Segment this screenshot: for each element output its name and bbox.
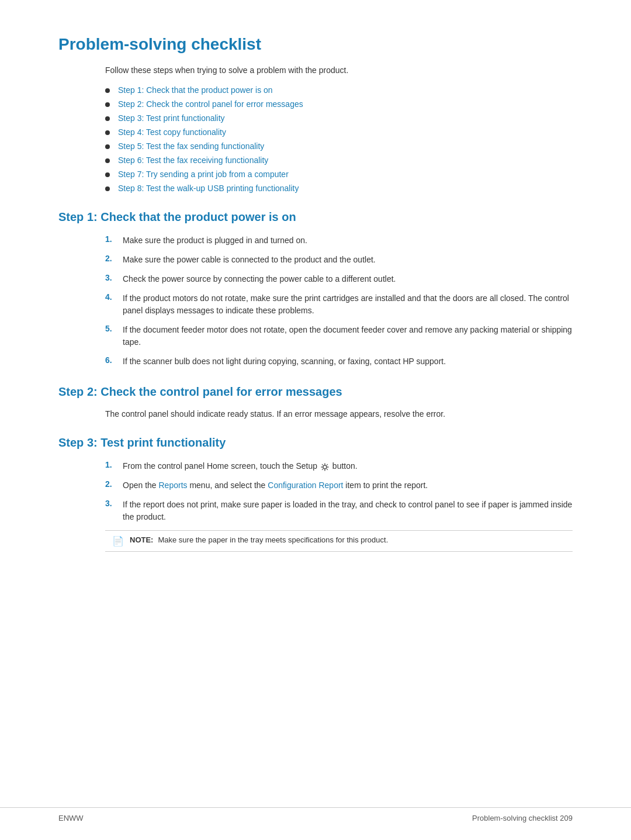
toc-list: Step 1: Check that the product power is … [105, 85, 573, 193]
list-text: From the control panel Home screen, touc… [123, 460, 358, 472]
list-item: 6. If the scanner bulb does not light du… [105, 355, 573, 368]
toc-link-6[interactable]: Step 6: Test the fax receiving functiona… [118, 155, 268, 165]
svg-line-6 [327, 469, 328, 470]
svg-point-0 [323, 465, 327, 469]
setup-icon [321, 462, 329, 471]
bullet-icon [105, 172, 110, 177]
list-item: 1. Make sure the product is plugged in a… [105, 234, 573, 247]
bullet-icon [105, 186, 110, 191]
toc-item-8: Step 8: Test the walk-up USB printing fu… [105, 184, 573, 193]
toc-item-3: Step 3: Test print functionality [105, 113, 573, 123]
step1-list: 1. Make sure the product is plugged in a… [105, 234, 573, 368]
toc-link-2[interactable]: Step 2: Check the control panel for erro… [118, 99, 303, 109]
toc-link-1[interactable]: Step 1: Check that the product power is … [118, 85, 273, 95]
section-title-step3: Step 3: Test print functionality [58, 436, 573, 450]
footer-right: Problem-solving checklist 209 [472, 814, 573, 822]
note-text: Make sure the paper in the tray meets sp… [158, 535, 388, 544]
list-text: Check the power source by connecting the… [123, 273, 396, 285]
list-num: 5. [105, 324, 123, 333]
note-box: 📄 NOTE: Make sure the paper in the tray … [105, 530, 573, 552]
bullet-icon [105, 130, 110, 135]
note-label: NOTE: [130, 535, 153, 544]
list-text: If the document feeder motor does not ro… [123, 324, 573, 348]
list-text: Open the Reports menu, and select the Co… [123, 479, 428, 492]
list-item: 2. Make sure the power cable is connecte… [105, 254, 573, 266]
list-num: 6. [105, 355, 123, 365]
step2-intro: The control panel should indicate ready … [105, 409, 573, 419]
footer: ENWW Problem-solving checklist 209 [0, 807, 631, 822]
toc-item-2: Step 2: Check the control panel for erro… [105, 99, 573, 109]
list-item: 3. If the report does not print, make su… [105, 499, 573, 523]
bullet-icon [105, 144, 110, 149]
toc-item-1: Step 1: Check that the product power is … [105, 85, 573, 95]
svg-line-8 [322, 469, 323, 470]
bullet-icon [105, 88, 110, 93]
svg-line-7 [327, 464, 328, 465]
list-num: 3. [105, 273, 123, 282]
list-num: 2. [105, 479, 123, 489]
page-container: Problem-solving checklist Follow these s… [0, 0, 631, 604]
list-item: 5. If the document feeder motor does not… [105, 324, 573, 348]
configuration-report-link[interactable]: Configuration Report [268, 481, 343, 490]
toc-item-6: Step 6: Test the fax receiving functiona… [105, 155, 573, 165]
toc-item-5: Step 5: Test the fax sending functionali… [105, 141, 573, 151]
toc-link-4[interactable]: Step 4: Test copy functionality [118, 127, 226, 137]
section-title-step1: Step 1: Check that the product power is … [58, 210, 573, 224]
reports-link[interactable]: Reports [159, 481, 188, 490]
bullet-icon [105, 158, 110, 163]
list-num: 1. [105, 234, 123, 244]
list-item: 1. From the control panel Home screen, t… [105, 460, 573, 472]
page-title: Problem-solving checklist [58, 35, 573, 54]
bullet-icon [105, 116, 110, 121]
toc-link-5[interactable]: Step 5: Test the fax sending functionali… [118, 141, 264, 151]
toc-link-8[interactable]: Step 8: Test the walk-up USB printing fu… [118, 184, 299, 193]
list-num: 4. [105, 292, 123, 302]
list-text: If the report does not print, make sure … [123, 499, 573, 523]
list-text: Make sure the power cable is connected t… [123, 254, 376, 266]
bullet-icon [105, 102, 110, 107]
list-text: If the scanner bulb does not light durin… [123, 355, 446, 368]
toc-item-4: Step 4: Test copy functionality [105, 127, 573, 137]
list-text: If the product motors do not rotate, mak… [123, 292, 573, 317]
step3-list: 1. From the control panel Home screen, t… [105, 460, 573, 523]
list-item: 2. Open the Reports menu, and select the… [105, 479, 573, 492]
toc-link-3[interactable]: Step 3: Test print functionality [118, 113, 225, 123]
list-num: 2. [105, 254, 123, 263]
list-item: 3. Check the power source by connecting … [105, 273, 573, 285]
list-item: 4. If the product motors do not rotate, … [105, 292, 573, 317]
footer-left: ENWW [58, 814, 84, 822]
note-icon: 📄 [112, 535, 124, 547]
svg-line-5 [322, 464, 323, 465]
toc-link-7[interactable]: Step 7: Try sending a print job from a c… [118, 170, 289, 179]
intro-text: Follow these steps when trying to solve … [105, 65, 573, 75]
toc-item-7: Step 7: Try sending a print job from a c… [105, 170, 573, 179]
section-title-step2: Step 2: Check the control panel for erro… [58, 385, 573, 399]
list-num: 1. [105, 460, 123, 469]
list-text: Make sure the product is plugged in and … [123, 234, 307, 247]
list-num: 3. [105, 499, 123, 508]
